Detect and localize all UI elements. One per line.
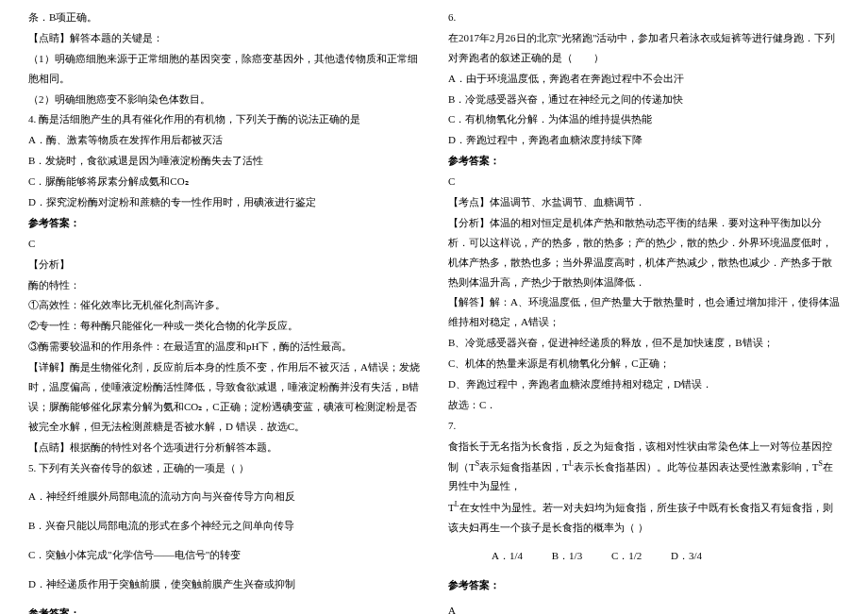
answer-heading: 参考答案： [28, 213, 420, 233]
option-d: D．奔跑过程中，奔跑者血糖浓度持续下降 [448, 130, 840, 150]
question-6-text: 在2017年2月26日的北京"光猪跑"活动中，参加者只着泳衣或短裤等进行健身跑．… [448, 28, 840, 68]
option-c: C．脲酶能够将尿素分解成氨和CO₂ [28, 172, 420, 191]
text-line: （2）明确细胞癌变不影响染色体数目。 [28, 90, 420, 109]
text-line: ①高效性：催化效率比无机催化剂高许多。 [28, 295, 420, 315]
option-b: B．冷觉感受器兴奋，通过在神经元之间的传递加快 [448, 90, 840, 109]
text-line: （1）明确癌细胞来源于正常细胞的基因突变，除癌变基因外，其他遗传物质和正常细胞相… [28, 49, 420, 89]
question-7-text: 食指长于无名指为长食指，反之为短食指，该相对性状由常染色体上一对等位基因控制（T… [448, 437, 840, 496]
option-c: C．1/2 [585, 550, 642, 561]
text-line: 【点睛】解答本题的关键是： [28, 28, 420, 48]
answer-heading: 参考答案： [448, 575, 840, 595]
answer: A [448, 601, 840, 614]
option-d: D．探究淀粉酶对淀粉和蔗糖的专一性作用时，用碘液进行鉴定 [28, 192, 420, 212]
topic: 【考点】体温调节、水盐调节、血糖调节． [448, 192, 840, 212]
text-line: ②专一性：每种酶只能催化一种或一类化合物的化学反应。 [28, 316, 420, 336]
explanation: 【解答】解：A、环境温度低，但产热量大于散热量时，也会通过增加排汗，使得体温维持… [448, 292, 840, 332]
tip: 【点睛】根据酶的特性对各个选项进行分析解答本题。 [28, 438, 420, 457]
option-d: D．神经递质作用于突触前膜，使突触前膜产生兴奋或抑制 [28, 574, 420, 594]
question-5: 5. 下列有关兴奋传导的叙述，正确的一项是（ ） [28, 458, 420, 478]
answer-heading: 参考答案： [28, 604, 420, 614]
options-row: A．1/4 B．1/3 C．1/2 D．3/4 [448, 546, 840, 566]
analysis: 【分析】体温的相对恒定是机体产热和散热动态平衡的结果．要对这种平衡加以分析．可以… [448, 213, 840, 292]
option-a: A．由于环境温度低，奔跑者在奔跑过程中不会出汗 [448, 69, 840, 89]
option-b: B．1/3 [526, 550, 582, 561]
text-line: D、奔跑过程中，奔跑者血糖浓度维持相对稳定，D错误． [448, 374, 840, 394]
option-a: A．酶、激素等物质在发挥作用后都被灭活 [28, 130, 420, 150]
text-line: 故选：C． [448, 395, 840, 415]
option-c: C．突触小体完成"化学信号——电信号"的转变 [28, 545, 420, 565]
text-line: 条．B项正确。 [28, 8, 420, 27]
left-column: 条．B项正确。 【点睛】解答本题的关键是： （1）明确癌细胞来源于正常细胞的基因… [14, 8, 434, 614]
right-column: 6. 在2017年2月26日的北京"光猪跑"活动中，参加者只着泳衣或短裤等进行健… [434, 8, 854, 614]
text-line: ③酶需要较温和的作用条件：在最适宜的温度和pH下，酶的活性最高。 [28, 337, 420, 357]
text-line: B、冷觉感受器兴奋，促进神经递质的释放，但不是加快速度，B错误； [448, 333, 840, 353]
question-4: 4. 酶是活细胞产生的具有催化作用的有机物，下列关于酶的说法正确的是 [28, 109, 420, 129]
text-line: C、机体的热量来源是有机物氧化分解，C正确； [448, 354, 840, 373]
option-a: A．1/4 [465, 550, 523, 561]
explanation: 【详解】酶是生物催化剂，反应前后本身的性质不变，作用后不被灭活，A错误；发烧时，… [28, 357, 420, 437]
option-a: A．神经纤维膜外局部电流的流动方向与兴奋传导方向相反 [28, 487, 420, 506]
option-c: C．有机物氧化分解．为体温的维持提供热能 [448, 109, 840, 129]
question-7: 7. [448, 416, 840, 436]
text-line: 酶的特性： [28, 275, 420, 295]
question-7-text-cont: TL在女性中为显性。若一对夫妇均为短食指，所生孩子中既有长食指又有短食指，则该夫… [448, 497, 840, 537]
answer-heading: 参考答案： [448, 151, 840, 171]
analysis-heading: 【分析】 [28, 255, 420, 274]
question-6: 6. [448, 8, 840, 27]
answer: C [28, 234, 420, 254]
option-d: D．3/4 [644, 550, 702, 561]
option-b: B．发烧时，食欲减退是因为唾液淀粉酶失去了活性 [28, 151, 420, 171]
option-b: B．兴奋只能以局部电流的形式在多个神经元之间单向传导 [28, 516, 420, 536]
answer: C [448, 172, 840, 191]
